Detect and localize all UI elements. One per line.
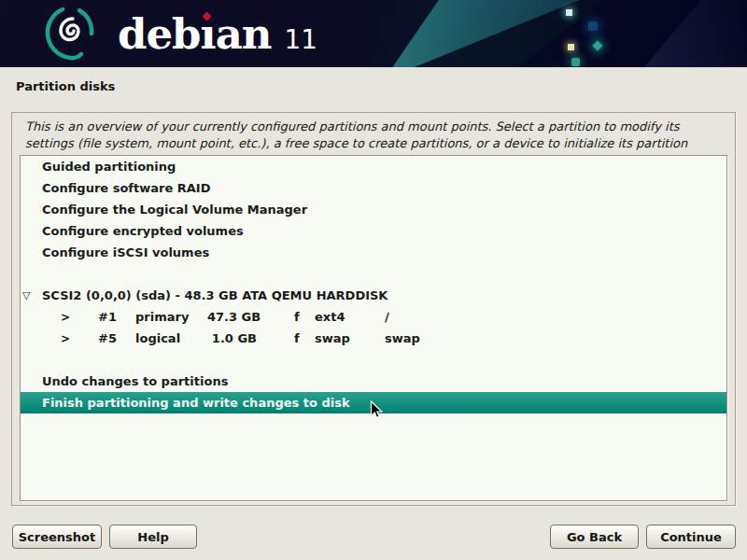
- disk-label: SCSI2 (0,0,0) (sda) - 48.3 GB ATA QEMU H…: [42, 288, 388, 302]
- page-title: Partition disks: [16, 79, 115, 93]
- list-item-configure-lvm[interactable]: Configure the Logical Volume Manager: [21, 199, 726, 220]
- partition-filesystem: ext4: [315, 310, 385, 324]
- list-item-configure-raid[interactable]: Configure software RAID: [21, 177, 726, 199]
- expander-open-icon[interactable]: ▽: [22, 289, 42, 301]
- screenshot-button[interactable]: Screenshot: [12, 525, 102, 549]
- banner-sparkle-icon: [566, 9, 572, 16]
- continue-button[interactable]: Continue: [646, 525, 736, 549]
- list-item-guided-partitioning[interactable]: Guided partitioning: [21, 156, 726, 177]
- list-item-configure-encrypted[interactable]: Configure encrypted volumes: [21, 220, 726, 242]
- list-item-finish-partitioning[interactable]: Finish partitioning and write changes to…: [21, 392, 726, 413]
- partition-overview-frame: This is an overview of your currently co…: [11, 112, 736, 506]
- banner-sparkle-icon: [568, 44, 574, 50]
- list-item-disk-sda[interactable]: ▽ SCSI2 (0,0,0) (sda) - 48.3 GB ATA QEMU…: [21, 285, 726, 306]
- expander-closed-icon[interactable]: >: [61, 332, 98, 345]
- debian-banner: debıan 11: [0, 0, 747, 67]
- partition-mount-point: swap: [385, 331, 726, 345]
- list-item-partition-1[interactable]: > #1 primary 47.3 GB f ext4 /: [21, 306, 726, 328]
- partition-type: primary: [135, 310, 207, 324]
- spacer-row: [21, 349, 726, 371]
- go-back-button[interactable]: Go Back: [550, 525, 639, 549]
- partition-format-flag: f: [257, 310, 315, 324]
- help-button[interactable]: Help: [109, 525, 197, 549]
- list-item-partition-5[interactable]: > #5 logical 1.0 GB f swap swap: [21, 328, 726, 349]
- debian-version: 11: [285, 24, 318, 55]
- partition-filesystem: swap: [315, 331, 385, 345]
- list-item-undo-changes[interactable]: Undo changes to partitions: [21, 371, 726, 392]
- partition-number: #1: [98, 310, 135, 324]
- partition-size: 47.3 GB: [207, 310, 257, 324]
- partition-number: #5: [98, 331, 135, 345]
- banner-sparkle-icon: [571, 58, 580, 66]
- list-item-configure-iscsi[interactable]: Configure iSCSI volumes: [21, 242, 726, 263]
- partition-list: Guided partitioning Configure software R…: [20, 155, 727, 501]
- spacer-row: [21, 263, 726, 285]
- partition-format-flag: f: [257, 331, 315, 345]
- banner-sparkle-icon: [588, 21, 598, 31]
- expander-closed-icon[interactable]: >: [61, 311, 98, 324]
- debian-swirl-icon: [39, 5, 99, 64]
- partition-type: logical: [135, 331, 207, 345]
- partition-size: 1.0 GB: [207, 331, 257, 345]
- partition-mount-point: /: [385, 310, 726, 324]
- debian-logotype: debıan: [118, 13, 272, 55]
